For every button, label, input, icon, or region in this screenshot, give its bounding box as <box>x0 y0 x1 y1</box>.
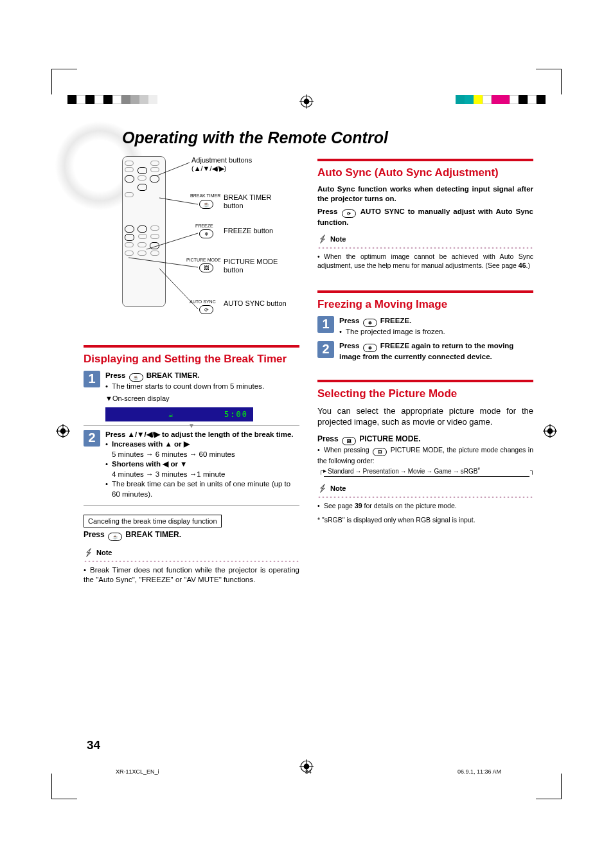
picture-mode-button-icon: 🖼 <box>342 437 356 445</box>
registration-target-icon <box>56 424 70 441</box>
step2-dec-head: Shortens with ◀ or ▼ <box>112 460 188 468</box>
note-heading: Note <box>84 547 299 558</box>
osd-label: ▼On-screen display <box>105 394 299 403</box>
step2-dec-body: 4 minutes → 3 minutes →1 minute <box>112 470 225 478</box>
freeze-step-2: 2 Press ❄ FREEZE again to return to the … <box>317 341 533 362</box>
freeze-step-1: 1 Press ❄ FREEZE. •The projected image i… <box>317 316 533 337</box>
svg-line-18 <box>147 233 198 249</box>
picture-mode-press: Press 🖼 PICTURE MODE. <box>317 434 533 445</box>
step2-inc-body: 5 minutes → 6 minutes → 60 minutes <box>112 450 235 458</box>
picture-mode-cycle: ┌▸ Standard→Presentation→Movie→Game→sRGB… <box>320 468 533 477</box>
note-heading: Note <box>317 483 533 493</box>
note-body: •Break Timer does not function while the… <box>84 565 299 585</box>
picture-mode-bullet: •When pressing 🖼 PICTURE MODE, the pictu… <box>317 445 533 465</box>
registration-target-icon <box>299 94 314 111</box>
freeze-step2-head: Press ❄ FREEZE again to return to the mo… <box>339 341 533 362</box>
step1-bullet: The timer starts to count down from 5 mi… <box>112 382 264 392</box>
auto-sync-button-icon: ⟳ <box>342 209 356 218</box>
step2-inc-head: Increases with ▲ or ▶ <box>112 440 190 448</box>
auto-sync-title: Auto Sync (Auto Sync Adjustment) <box>317 166 533 179</box>
registration-target-icon <box>543 424 557 441</box>
print-footer: XR-11XCL_EN_i 34 06.9.1, 11:36 AM <box>116 768 501 775</box>
crop-mark <box>51 69 77 94</box>
srgb-footnote: * "sRGB" is displayed only when RGB sign… <box>317 515 533 524</box>
svg-line-17 <box>159 198 198 204</box>
dotted-rule <box>317 245 533 249</box>
cancel-instruction: Press ☕ BREAK TIMER. <box>84 530 299 541</box>
leader-lines <box>84 156 289 323</box>
page-number: 34 <box>87 738 100 752</box>
dotted-rule <box>317 495 533 498</box>
picture-mode-intro: You can select the appropriate picture m… <box>317 405 533 428</box>
step1-heading: Press ☕ BREAK TIMER. <box>105 371 299 382</box>
note-heading: Note <box>317 234 533 244</box>
step-number: 2 <box>317 341 334 358</box>
footer-left: XR-11XCL_EN_i <box>116 768 159 775</box>
step2-heading: Press ▲/▼/◀/▶ to adjust the length of th… <box>105 430 299 440</box>
picture-mode-title: Selecting the Picture Mode <box>317 387 533 400</box>
footer-right: 06.9.1, 11:36 AM <box>458 768 501 775</box>
picture-mode-button-icon: 🖼 <box>373 448 387 456</box>
svg-line-16 <box>157 163 190 175</box>
crop-mark <box>536 69 562 94</box>
svg-line-20 <box>159 269 198 309</box>
auto-sync-intro: Auto Sync function works when detecting … <box>317 184 533 204</box>
auto-sync-note-body: •When the optimum image cannot be achiev… <box>317 252 533 270</box>
remote-diagram: Adjustment buttons (▲/▼/◀/▶) BREAK TIMER… <box>84 156 289 342</box>
freeze-button-icon: ❄ <box>363 344 377 352</box>
cancel-box: Canceling the break time display functio… <box>84 515 222 527</box>
svg-line-19 <box>129 258 198 267</box>
picture-mode-note-body: •See page 39 for details on the picture … <box>317 501 533 510</box>
freeze-button-icon: ❄ <box>363 319 377 327</box>
break-timer-title: Displaying and Setting the Break Timer <box>84 353 299 366</box>
freeze-title: Freezing a Moving Image <box>317 298 533 311</box>
step-1: 1 Press ☕ BREAK TIMER. •The timer starts… <box>84 371 299 403</box>
break-timer-button-icon: ☕ <box>108 533 122 541</box>
step2-bullet3: The break time can be set in units of on… <box>112 479 299 499</box>
section-rule <box>84 345 299 348</box>
auto-sync-press: Press ⟳ AUTO SYNC to manually adjust wit… <box>317 207 533 228</box>
osd-value: 5:00 <box>224 410 248 419</box>
section-rule <box>317 159 533 161</box>
note-icon <box>317 483 328 493</box>
crop-mark <box>536 774 562 799</box>
down-arrow-icon: ▼ <box>188 422 195 429</box>
freeze-step1-bullet: The projected image is frozen. <box>346 327 445 337</box>
step-number: 2 <box>84 430 100 447</box>
break-timer-button-icon: ☕ <box>129 373 143 382</box>
dotted-rule <box>84 559 299 562</box>
freeze-step1-head: Press ❄ FREEZE. <box>339 316 533 327</box>
page-title: Operating with the Remote Control <box>122 128 533 147</box>
note-icon <box>84 547 94 558</box>
cup-icon: ☕ <box>168 410 174 419</box>
section-rule <box>317 290 533 293</box>
note-icon <box>317 234 328 244</box>
section-rule <box>317 380 533 382</box>
onscreen-display: ☕ 5:00 <box>105 407 253 421</box>
step-2: 2 Press ▲/▼/◀/▶ to adjust the length of … <box>84 430 299 500</box>
step-number: 1 <box>317 316 334 333</box>
step-number: 1 <box>84 371 100 387</box>
crop-mark <box>51 774 77 799</box>
footer-center: 34 <box>305 768 312 775</box>
